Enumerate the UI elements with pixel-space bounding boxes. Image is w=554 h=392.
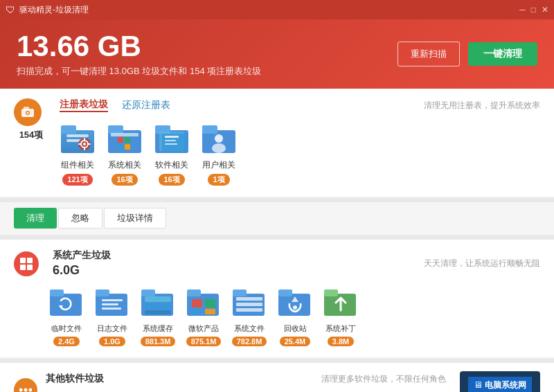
svg-point-3 xyxy=(27,112,29,114)
svg-rect-62 xyxy=(278,294,310,316)
patch-icon xyxy=(323,285,359,321)
junk-item-cache[interactable]: 系统缓存 881.3M xyxy=(140,285,176,346)
svg-rect-47 xyxy=(141,289,155,296)
registry-items: 组件相关 121项 xyxy=(60,121,540,186)
svg-rect-45 xyxy=(102,308,121,310)
svg-rect-28 xyxy=(165,140,176,141)
junk-item-recycle[interactable]: 回收站 25.4M xyxy=(277,285,313,346)
junk-item-ms[interactable]: 微软产品 875.1M xyxy=(186,285,222,346)
svg-rect-52 xyxy=(187,289,201,296)
junk-header: 系统产生垃圾 6.0G 天天清理，让系统运行顺畅无阻 xyxy=(14,249,540,278)
svg-rect-58 xyxy=(233,289,247,296)
sysfile-icon xyxy=(231,285,267,321)
other-icon xyxy=(14,378,37,392)
software-icon xyxy=(154,121,190,157)
svg-rect-13 xyxy=(84,148,85,150)
header-actions: 重新扫描 一键清理 xyxy=(397,42,537,66)
component-label: 组件相关 xyxy=(61,159,94,171)
ignore-button[interactable]: 忽略 xyxy=(58,208,102,229)
system-badge: 16项 xyxy=(111,174,137,186)
clean-button[interactable]: 清理 xyxy=(14,208,57,229)
watermark-line1: 电脑系统网 xyxy=(485,380,526,390)
svg-rect-14 xyxy=(78,143,81,145)
svg-rect-38 xyxy=(50,294,82,316)
svg-rect-61 xyxy=(236,308,262,312)
recycle-badge: 25.4M xyxy=(280,337,311,346)
svg-rect-49 xyxy=(145,303,171,309)
ms-icon xyxy=(186,285,222,321)
user-icon xyxy=(201,121,237,157)
minimize-button[interactable]: ─ xyxy=(519,5,526,15)
junk-section: 系统产生垃圾 6.0G 天天清理，让系统运行顺畅无阻 临时文件 2.4G xyxy=(0,240,554,357)
ms-label: 微软产品 xyxy=(188,323,219,334)
rescan-button[interactable]: 重新扫描 xyxy=(397,42,460,66)
svg-rect-19 xyxy=(118,137,123,143)
junk-item-temp[interactable]: 临时文件 2.4G xyxy=(48,285,84,346)
svg-rect-31 xyxy=(202,125,217,134)
registry-item-component[interactable]: 组件相关 121项 xyxy=(60,121,96,186)
tab-registry-junk[interactable]: 注册表垃圾 xyxy=(60,98,108,112)
windows-icon xyxy=(14,251,39,276)
sysfile-label: 系统文件 xyxy=(234,323,265,334)
header-info: 13.66 GB 扫描完成，可一键清理 13.0GB 垃圾文件和 154 项注册… xyxy=(17,30,261,78)
action-bar: 清理 忽略 垃圾详情 xyxy=(0,202,554,234)
tab-restore-registry[interactable]: 还原注册表 xyxy=(122,99,170,112)
title-bar: 🛡 驱动精灵-垃圾清理 ─ □ ✕ xyxy=(0,0,554,19)
svg-rect-39 xyxy=(50,289,64,296)
registry-tabs: 注册表垃圾 还原注册表 xyxy=(60,98,424,112)
svg-rect-21 xyxy=(118,144,123,150)
temp-badge: 2.4G xyxy=(53,337,80,346)
junk-detail-button[interactable]: 垃圾详情 xyxy=(104,208,166,229)
junk-item-log[interactable]: 日志文件 1.0G xyxy=(94,285,130,346)
registry-item-system[interactable]: 系统相关 16项 xyxy=(107,121,143,186)
svg-rect-42 xyxy=(96,289,109,296)
svg-rect-17 xyxy=(108,125,123,134)
svg-rect-35 xyxy=(27,258,33,263)
registry-item-software[interactable]: 软件相关 16项 xyxy=(154,121,190,186)
svg-rect-56 xyxy=(205,309,215,314)
junk-size: 6.0G xyxy=(53,263,111,278)
user-badge: 1项 xyxy=(208,174,229,186)
svg-point-69 xyxy=(29,389,33,392)
other-right-text: 清理更多软件垃圾，不限任何角色 xyxy=(321,373,446,385)
svg-rect-48 xyxy=(145,296,171,302)
svg-rect-34 xyxy=(20,258,26,263)
registry-icon xyxy=(14,98,42,126)
svg-rect-29 xyxy=(165,143,177,145)
close-button[interactable]: ✕ xyxy=(542,5,548,15)
svg-point-33 xyxy=(212,143,226,153)
svg-rect-55 xyxy=(192,309,202,314)
svg-rect-59 xyxy=(236,297,262,301)
temp-icon xyxy=(48,285,84,321)
cache-icon xyxy=(140,285,176,321)
system-label: 系统相关 xyxy=(108,159,141,171)
svg-point-11 xyxy=(83,143,86,145)
svg-rect-27 xyxy=(165,136,179,138)
watermark-logo: 🖥 电脑系统网 www.dnxtw.com xyxy=(460,371,540,392)
title-bar-icon: 🛡 xyxy=(6,4,15,15)
svg-rect-7 xyxy=(66,134,89,137)
temp-label: 临时文件 xyxy=(51,323,82,334)
sysfile-badge: 782.8M xyxy=(232,337,267,346)
registry-section: 154项 注册表垃圾 还原注册表 清理无用注册表，提升系统效率 xyxy=(0,89,554,197)
log-badge: 1.0G xyxy=(99,337,125,346)
scan-description: 扫描完成，可一键清理 13.0GB 垃圾文件和 154 项注册表垃圾 xyxy=(17,65,261,78)
maximize-button[interactable]: □ xyxy=(531,5,536,15)
total-size: 13.66 GB xyxy=(17,30,261,62)
svg-rect-36 xyxy=(20,265,26,270)
other-title: 其他软件垃圾 xyxy=(46,373,104,385)
junk-title: 系统产生垃圾 xyxy=(53,249,111,262)
cache-label: 系统缓存 xyxy=(143,323,173,334)
junk-item-patch[interactable]: 系统补丁 3.8M xyxy=(323,285,359,346)
component-badge: 121项 xyxy=(62,174,92,186)
svg-rect-18 xyxy=(111,133,138,136)
svg-rect-44 xyxy=(102,303,118,305)
svg-point-32 xyxy=(215,134,223,143)
clean-all-button[interactable]: 一键清理 xyxy=(468,42,537,66)
registry-count: 154项 xyxy=(19,129,44,141)
registry-item-user[interactable]: 用户相关 1项 xyxy=(201,121,237,186)
svg-rect-63 xyxy=(278,289,292,296)
junk-item-sysfile[interactable]: 系统文件 782.8M xyxy=(231,285,267,346)
other-section: 其他软件垃圾 清理更多软件垃圾，不限任何角色 C: 78.8G可用，共200.0… xyxy=(0,363,554,392)
svg-rect-53 xyxy=(192,299,202,308)
